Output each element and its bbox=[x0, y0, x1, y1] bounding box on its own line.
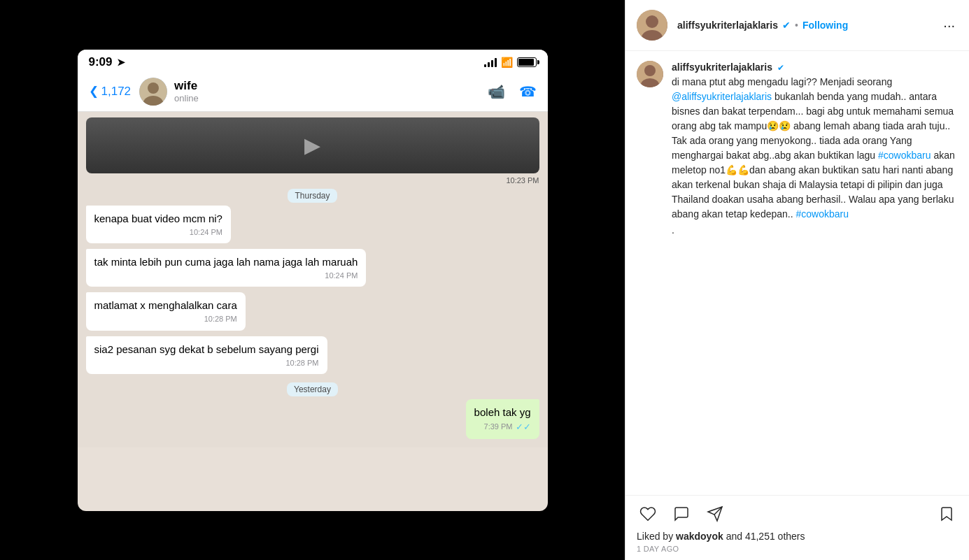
bubble-content: tak minta lebih pun cuma jaga lah nama j… bbox=[86, 249, 367, 287]
liked-by-prefix: Liked by bbox=[637, 531, 676, 542]
chat-image-preview: ▶ bbox=[86, 117, 539, 173]
message-bubble: sia2 pesanan syg dekat b sebelum sayang … bbox=[86, 336, 327, 374]
read-tick-icon: ✓✓ bbox=[516, 421, 531, 433]
liked-by-user[interactable]: wakdoyok bbox=[676, 531, 723, 542]
post-header: aliffsyukriterlajaklaris ✔ • Following ·… bbox=[625, 0, 969, 51]
dot-separator: • bbox=[795, 20, 798, 31]
caption-avatar[interactable] bbox=[637, 61, 663, 87]
signal-icon bbox=[484, 57, 497, 67]
post-actions: Liked by wakdoyok and 41,251 others 1 DA… bbox=[625, 495, 969, 560]
post-caption: aliffsyukriterlajaklaris ✔ di mana ptut … bbox=[625, 51, 969, 495]
bubble-content: boleh tak yg 7:39 PM ✓✓ bbox=[466, 399, 539, 439]
hashtag-cowokbaru-1[interactable]: #cowokbaru bbox=[878, 150, 931, 161]
ios-status-bar: 9:09 ➤ 📶 bbox=[78, 50, 548, 72]
back-count: 1,172 bbox=[101, 85, 132, 99]
bubble-content: matlamat x menghalalkan cara 10:28 PM bbox=[86, 292, 246, 330]
bubble-content: kenapa buat video mcm ni? 10:24 PM bbox=[86, 206, 231, 243]
message-bubble: boleh tak yg 7:39 PM ✓✓ bbox=[466, 399, 539, 439]
verified-badge: ✔ bbox=[782, 20, 791, 31]
contact-avatar bbox=[139, 78, 167, 106]
message-text: matlamat x menghalalkan cara bbox=[94, 299, 237, 311]
wa-header: ❮ 1,172 wife online 📹 ☎ bbox=[78, 72, 548, 112]
liked-by-count: 41,251 others bbox=[745, 531, 805, 542]
message-text: sia2 pesanan syg dekat b sebelum sayang … bbox=[94, 343, 319, 355]
message-time: 10:28 PM bbox=[285, 358, 318, 368]
like-button[interactable] bbox=[637, 503, 659, 525]
wifi-icon: 📶 bbox=[501, 57, 513, 68]
battery-icon bbox=[517, 57, 537, 67]
status-time: 9:09 ➤ bbox=[89, 55, 125, 69]
following-button[interactable]: Following bbox=[802, 20, 848, 31]
message-bubble: matlamat x menghalalkan cara 10:28 PM bbox=[86, 292, 246, 330]
back-button[interactable]: ❮ bbox=[89, 84, 99, 99]
message-text: tak minta lebih pun cuma jaga lah nama j… bbox=[94, 256, 358, 268]
left-panel: 9:09 ➤ 📶 ❮ 1,172 bbox=[0, 0, 625, 560]
caption-body: aliffsyukriterlajaklaris ✔ di mana ptut … bbox=[672, 61, 958, 236]
comment-button[interactable] bbox=[670, 503, 693, 525]
more-options-button[interactable]: ··· bbox=[940, 15, 958, 36]
header-actions: 📹 ☎ bbox=[488, 83, 537, 100]
message-bubble: kenapa buat video mcm ni? 10:24 PM bbox=[86, 206, 231, 243]
phone-screenshot: 9:09 ➤ 📶 ❮ 1,172 bbox=[78, 50, 548, 511]
thursday-badge: Thursday bbox=[86, 189, 539, 201]
period-text: . bbox=[672, 224, 958, 236]
post-timestamp: 1 DAY AGO bbox=[637, 545, 958, 553]
contact-info: wife online bbox=[174, 79, 487, 103]
video-call-icon[interactable]: 📹 bbox=[488, 83, 505, 100]
caption-username[interactable]: aliffsyukriterlajaklaris bbox=[672, 62, 772, 73]
post-username[interactable]: aliffsyukriterlajaklaris bbox=[677, 20, 778, 31]
contact-name: wife bbox=[174, 79, 487, 93]
caption-text: di mana ptut abg mengadu lagi?? Menjadi … bbox=[672, 75, 958, 222]
action-buttons bbox=[637, 503, 958, 525]
liked-by-suffix: and bbox=[723, 531, 745, 542]
hashtag-cowokbaru-2[interactable]: #cowokbaru bbox=[795, 208, 849, 220]
svg-point-7 bbox=[644, 65, 656, 76]
chat-area: ▶ 10:23 PM Thursday kenapa buat video mc… bbox=[78, 112, 548, 448]
bookmark-button[interactable] bbox=[935, 503, 958, 525]
svg-point-1 bbox=[148, 82, 159, 94]
phone-call-icon[interactable]: ☎ bbox=[519, 83, 537, 100]
caption-verified-icon: ✔ bbox=[775, 63, 784, 73]
right-panel: aliffsyukriterlajaklaris ✔ • Following ·… bbox=[625, 0, 969, 560]
bubble-content: sia2 pesanan syg dekat b sebelum sayang … bbox=[86, 336, 327, 374]
share-button[interactable] bbox=[704, 503, 726, 525]
svg-point-4 bbox=[646, 15, 658, 28]
mention-link[interactable]: @aliffsyukriterlajaklaris bbox=[672, 91, 772, 102]
message-time: 10:24 PM bbox=[190, 227, 222, 238]
yesterday-badge: Yesterday bbox=[86, 382, 539, 395]
caption-header: aliffsyukriterlajaklaris ✔ di mana ptut … bbox=[637, 61, 958, 236]
message-text: boleh tak yg bbox=[474, 406, 531, 418]
message-time: 10:28 PM bbox=[204, 314, 237, 324]
message-bubble: tak minta lebih pun cuma jaga lah nama j… bbox=[86, 249, 367, 287]
likes-text: Liked by wakdoyok and 41,251 others bbox=[637, 531, 958, 542]
status-icons: 📶 bbox=[484, 57, 537, 68]
username-row: aliffsyukriterlajaklaris ✔ • Following bbox=[677, 20, 940, 31]
message-time: 7:39 PM bbox=[484, 422, 513, 432]
preview-time: 10:23 PM bbox=[506, 176, 539, 185]
user-avatar[interactable] bbox=[637, 10, 667, 41]
message-time: 10:24 PM bbox=[325, 271, 358, 281]
message-text: kenapa buat video mcm ni? bbox=[94, 213, 222, 224]
contact-status: online bbox=[174, 93, 487, 103]
